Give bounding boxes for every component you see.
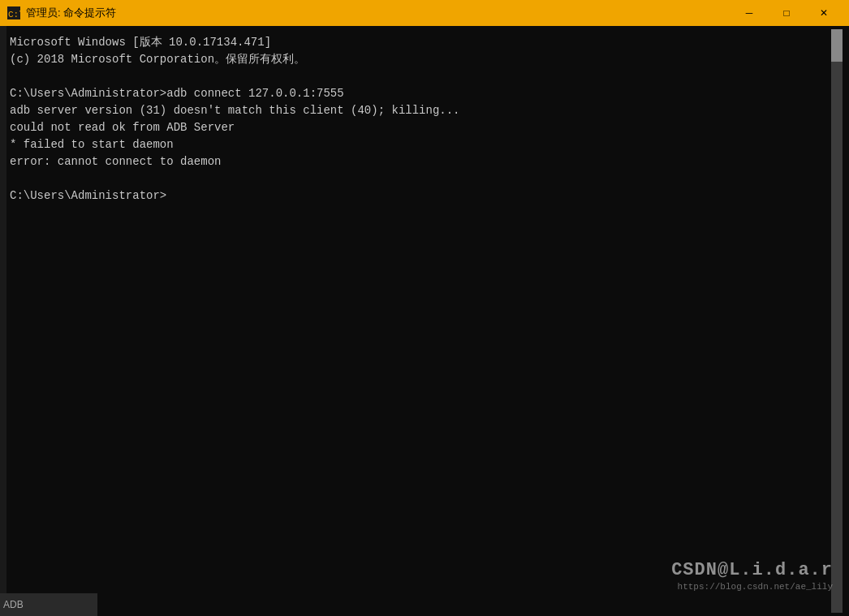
scrollbar-thumb[interactable] [831, 29, 843, 62]
bottom-label: ADB [3, 599, 24, 610]
title-bar-left: C:\ 管理员: 命令提示符 [6, 6, 116, 20]
terminal-line: (c) 2018 Microsoft Corporation。保留所有权利。 [10, 51, 828, 68]
left-edge-artifact [0, 26, 6, 616]
title-bar-controls: ─ □ ✕ [730, 0, 843, 26]
terminal-content[interactable]: Microsoft Windows [版本 10.0.17134.471](c)… [6, 29, 831, 613]
window-frame: C:\ 管理员: 命令提示符 ─ □ ✕ Microsoft Windows [… [0, 0, 849, 616]
terminal-line [10, 68, 828, 85]
bottom-bar: ADB [0, 593, 97, 616]
terminal-line: * failed to start daemon [10, 136, 828, 153]
terminal-line: could not read ok from ADB Server [10, 119, 828, 136]
window-title: 管理员: 命令提示符 [26, 6, 116, 20]
terminal-line: C:\Users\Administrator>adb connect 127.0… [10, 85, 828, 102]
terminal-area: Microsoft Windows [版本 10.0.17134.471](c)… [0, 26, 849, 616]
scrollbar[interactable] [831, 29, 843, 613]
svg-text:C:\: C:\ [8, 10, 20, 19]
minimize-button[interactable]: ─ [730, 0, 768, 26]
terminal-line: Microsoft Windows [版本 10.0.17134.471] [10, 34, 828, 51]
terminal-line: error: cannot connect to daemon [10, 153, 828, 170]
title-bar: C:\ 管理员: 命令提示符 ─ □ ✕ [0, 0, 849, 26]
cmd-icon: C:\ [6, 6, 21, 20]
terminal-line: C:\Users\Administrator> [10, 187, 828, 205]
close-button[interactable]: ✕ [805, 0, 843, 26]
maximize-button[interactable]: □ [768, 0, 805, 26]
terminal-line: adb server version (31) doesn't match th… [10, 102, 828, 119]
terminal-line [10, 170, 828, 187]
